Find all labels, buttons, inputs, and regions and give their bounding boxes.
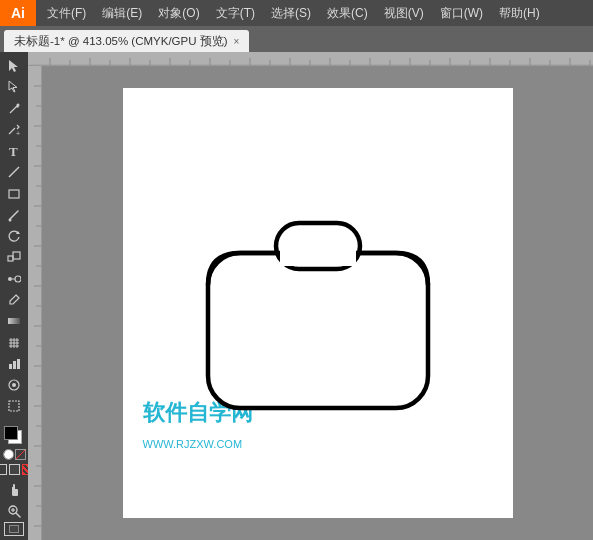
menu-window[interactable]: 窗口(W) bbox=[433, 3, 490, 24]
svg-rect-26 bbox=[9, 401, 19, 411]
graph-tool[interactable] bbox=[2, 354, 26, 374]
rect-tool[interactable] bbox=[2, 184, 26, 204]
svg-point-12 bbox=[15, 276, 21, 282]
svg-line-5 bbox=[9, 167, 19, 177]
svg-rect-21 bbox=[9, 364, 12, 369]
type-tool[interactable]: T bbox=[2, 141, 26, 161]
tab-bar: 未标题-1* @ 413.05% (CMYK/GPU 预览) × bbox=[0, 26, 593, 52]
svg-rect-83 bbox=[208, 253, 428, 408]
svg-point-11 bbox=[8, 277, 12, 281]
menu-file[interactable]: 文件(F) bbox=[40, 3, 93, 24]
pen-tool[interactable] bbox=[2, 99, 26, 119]
document-tab[interactable]: 未标题-1* @ 413.05% (CMYK/GPU 预览) × bbox=[4, 30, 249, 52]
default-colors-icon[interactable] bbox=[15, 449, 26, 460]
svg-rect-14 bbox=[8, 318, 20, 324]
watermark-url: WWW.RJZXW.COM bbox=[143, 438, 243, 450]
svg-rect-22 bbox=[13, 361, 16, 369]
svg-rect-85 bbox=[280, 246, 356, 266]
outline-view-icon[interactable] bbox=[9, 464, 20, 475]
artboard: 软件自学网 WWW.RJZXW.COM bbox=[123, 88, 513, 518]
svg-rect-10 bbox=[13, 252, 20, 259]
canvas-area: 软件自学网 WWW.RJZXW.COM bbox=[28, 52, 593, 540]
hand-tool[interactable] bbox=[2, 480, 26, 500]
svg-rect-9 bbox=[8, 256, 13, 261]
select-tool[interactable] bbox=[2, 56, 26, 76]
tab-label: 未标题-1* @ 413.05% (CMYK/GPU 预览) bbox=[14, 34, 228, 49]
menu-select[interactable]: 选择(S) bbox=[264, 3, 318, 24]
menu-type[interactable]: 文字(T) bbox=[209, 3, 262, 24]
mesh-tool[interactable] bbox=[2, 332, 26, 352]
add-anchor-tool[interactable]: + bbox=[2, 120, 26, 140]
ruler-horizontal bbox=[28, 52, 593, 66]
color-mode-row bbox=[3, 449, 26, 460]
screen-mode-icon[interactable] bbox=[4, 522, 24, 536]
svg-marker-1 bbox=[9, 81, 17, 92]
zoom-tool[interactable] bbox=[2, 501, 26, 521]
eyedropper-tool[interactable] bbox=[2, 290, 26, 310]
bag-illustration bbox=[198, 193, 438, 413]
menu-edit[interactable]: 编辑(E) bbox=[95, 3, 149, 24]
main-area: + T bbox=[0, 52, 593, 540]
svg-point-7 bbox=[9, 218, 12, 221]
scale-tool[interactable] bbox=[2, 247, 26, 267]
svg-line-28 bbox=[16, 513, 20, 517]
rotate-tool[interactable] bbox=[2, 226, 26, 246]
symbol-tool[interactable] bbox=[2, 375, 26, 395]
menu-bar: Ai 文件(F) 编辑(E) 对象(O) 文字(T) 选择(S) 效果(C) 视… bbox=[0, 0, 593, 26]
toolbar: + T bbox=[0, 52, 28, 540]
svg-text:T: T bbox=[9, 144, 18, 158]
menu-object[interactable]: 对象(O) bbox=[151, 3, 206, 24]
swap-colors-icon[interactable] bbox=[3, 449, 14, 460]
color-swatch-pair[interactable] bbox=[2, 424, 26, 446]
svg-marker-0 bbox=[9, 60, 18, 72]
svg-rect-23 bbox=[17, 359, 20, 369]
svg-rect-6 bbox=[9, 190, 19, 198]
artboard-tool[interactable] bbox=[2, 396, 26, 416]
direct-select-tool[interactable] bbox=[2, 77, 26, 97]
line-tool[interactable] bbox=[2, 162, 26, 182]
normal-view-icon[interactable] bbox=[0, 464, 7, 475]
gradient-tool[interactable] bbox=[2, 311, 26, 331]
paintbrush-tool[interactable] bbox=[2, 205, 26, 225]
bottom-tools bbox=[4, 522, 24, 536]
fill-color-fg bbox=[4, 426, 18, 440]
menu-view[interactable]: 视图(V) bbox=[377, 3, 431, 24]
tab-close-button[interactable]: × bbox=[234, 36, 240, 47]
menu-effect[interactable]: 效果(C) bbox=[320, 3, 375, 24]
ruler-vertical bbox=[28, 66, 42, 540]
svg-point-2 bbox=[17, 103, 20, 106]
svg-point-25 bbox=[12, 383, 16, 387]
blend-tool[interactable] bbox=[2, 269, 26, 289]
svg-text:+: + bbox=[16, 130, 20, 137]
menu-items: 文件(F) 编辑(E) 对象(O) 文字(T) 选择(S) 效果(C) 视图(V… bbox=[36, 3, 547, 24]
app-logo: Ai bbox=[0, 0, 36, 26]
menu-help[interactable]: 帮助(H) bbox=[492, 3, 547, 24]
